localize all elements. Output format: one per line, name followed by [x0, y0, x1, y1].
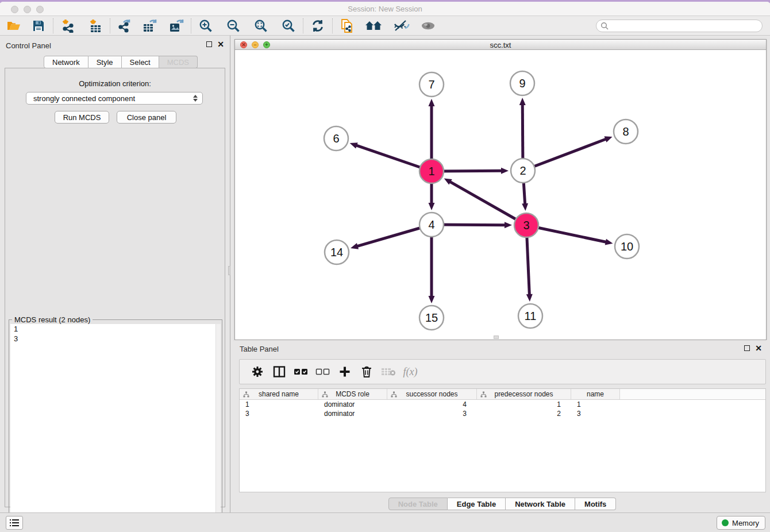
- column-header-MCDS-role[interactable]: MCDS role: [318, 389, 387, 399]
- column-header-name[interactable]: name: [571, 389, 620, 399]
- save-session-icon[interactable]: [30, 18, 47, 34]
- table-tab-node-table[interactable]: Node Table: [388, 498, 448, 510]
- control-panel-tabs: NetworkStyleSelectMCDS: [44, 56, 198, 68]
- apply-layout-icon[interactable]: [309, 18, 326, 34]
- column-header-label: predecessor nodes: [494, 390, 553, 398]
- table-cell[interactable]: 2: [477, 409, 571, 418]
- table-cell[interactable]: 1: [571, 400, 620, 409]
- show-all-networks-icon[interactable]: [364, 18, 384, 34]
- graph-node-label: 9: [519, 77, 525, 90]
- main-toolbar: [0, 16, 770, 36]
- network-canvas[interactable]: 7968124314101511: [235, 50, 766, 340]
- column-header-successor-nodes[interactable]: successor nodes: [387, 389, 477, 399]
- column-header-label: successor nodes: [406, 390, 457, 398]
- hierarchy-icon: [480, 391, 487, 398]
- column-header-filler: [620, 389, 765, 399]
- network-resize-grip[interactable]: [494, 336, 499, 339]
- edge-arrowhead: [350, 142, 358, 148]
- edge-arrowhead: [605, 136, 613, 142]
- table-tabs: Node TableEdge TableNetwork TableMotifs: [234, 498, 770, 510]
- table-tab-motifs[interactable]: Motifs: [575, 498, 616, 510]
- table-cell[interactable]: 1: [477, 400, 571, 409]
- mcds-result-node: 3: [10, 334, 221, 344]
- column-header-label: MCDS role: [336, 390, 369, 398]
- table-cell[interactable]: 3: [240, 409, 318, 418]
- import-network-icon[interactable]: [59, 18, 76, 34]
- control-tab-select[interactable]: Select: [122, 56, 159, 68]
- memory-button[interactable]: Memory: [717, 516, 765, 530]
- zoom-out-icon[interactable]: [225, 18, 242, 34]
- optimization-criterion-select[interactable]: strongly connected component: [26, 92, 203, 105]
- column-header-shared-name[interactable]: shared name: [240, 389, 318, 399]
- toolbar-separator: [110, 18, 110, 33]
- close-panel-icon[interactable]: ✕: [217, 41, 224, 47]
- add-column-icon[interactable]: [334, 363, 356, 381]
- toolbar-separator: [53, 18, 53, 33]
- table-cell[interactable]: 3: [571, 409, 620, 418]
- delete-column-icon[interactable]: [356, 363, 378, 381]
- graph-node-label: 6: [333, 132, 339, 145]
- table-row[interactable]: 1dominator411: [240, 400, 765, 409]
- window-title: Session: New Session: [0, 5, 770, 13]
- control-tab-network[interactable]: Network: [44, 56, 88, 68]
- edge-3-1[interactable]: [449, 182, 526, 225]
- select-all-icon[interactable]: [290, 363, 312, 381]
- graph-node-label: 15: [425, 311, 438, 324]
- status-bar: Memory: [0, 512, 770, 532]
- table-tab-edge-table[interactable]: Edge Table: [448, 498, 506, 510]
- run-mcds-button[interactable]: Run MCDS: [55, 111, 109, 124]
- table-tab-network-table[interactable]: Network Table: [506, 498, 575, 510]
- table-cell[interactable]: 1: [240, 400, 318, 409]
- clone-network-icon[interactable]: [338, 18, 356, 34]
- edge-arrowhead: [505, 222, 512, 228]
- edge-2-8[interactable]: [523, 139, 606, 171]
- control-panel-title: Control Panel: [6, 41, 51, 50]
- import-table-icon[interactable]: [87, 18, 104, 34]
- network-view-window: ✕ − + scc.txt 7968124314101511: [234, 39, 767, 340]
- table-cell[interactable]: dominator: [318, 409, 387, 418]
- dropdown-stepper-icon: [193, 95, 198, 102]
- mcds-result-list[interactable]: 13: [10, 324, 221, 532]
- hide-selected-icon[interactable]: [391, 18, 412, 34]
- selected-criterion: strongly connected component: [33, 94, 193, 103]
- export-network-icon[interactable]: [116, 18, 133, 34]
- result-scrollbar[interactable]: [215, 324, 221, 532]
- table-panel-title: Table Panel: [240, 345, 279, 353]
- unselect-all-icon[interactable]: [312, 363, 334, 381]
- edge-arrowhead: [429, 296, 435, 303]
- panel-splitter-handle[interactable]: [228, 266, 230, 275]
- control-tab-mcds[interactable]: MCDS: [159, 56, 198, 68]
- network-window-titlebar[interactable]: ✕ − + scc.txt: [235, 40, 766, 50]
- close-panel-button[interactable]: Close panel: [117, 111, 176, 124]
- float-panel-icon[interactable]: [206, 41, 212, 47]
- float-table-panel-icon[interactable]: [744, 345, 750, 351]
- table-cell[interactable]: dominator: [318, 400, 387, 409]
- function-builder-icon[interactable]: f(x): [399, 363, 421, 381]
- column-header-predecessor-nodes[interactable]: predecessor nodes: [477, 389, 571, 399]
- table-header-row: shared nameMCDS rolesuccessor nodesprede…: [240, 389, 765, 400]
- zoom-selected-icon[interactable]: [280, 18, 297, 34]
- split-panel-icon[interactable]: [268, 363, 290, 381]
- zoom-in-icon[interactable]: [197, 18, 214, 34]
- table-settings-icon[interactable]: [247, 363, 268, 381]
- table-cell[interactable]: 4: [387, 400, 477, 409]
- table-row[interactable]: 3dominator323: [240, 409, 765, 418]
- close-table-panel-icon[interactable]: ✕: [755, 345, 762, 351]
- column-header-label: name: [587, 390, 604, 398]
- edge-arrowhead: [605, 239, 613, 245]
- task-history-button[interactable]: [6, 516, 23, 530]
- search-input[interactable]: [611, 22, 754, 30]
- graph-node-label: 10: [621, 240, 633, 253]
- search-field[interactable]: [596, 20, 763, 32]
- delete-table-icon[interactable]: [378, 363, 399, 381]
- export-image-icon[interactable]: [168, 18, 185, 34]
- control-tab-style[interactable]: Style: [88, 56, 122, 68]
- zoom-fit-icon[interactable]: [252, 18, 270, 34]
- edge-arrowhead: [429, 99, 435, 106]
- table-toolbar: f(x): [239, 359, 766, 384]
- export-table-icon[interactable]: [141, 18, 159, 34]
- graph-node-label: 3: [523, 219, 529, 232]
- table-cell[interactable]: 3: [387, 409, 477, 418]
- open-session-icon[interactable]: [5, 18, 22, 34]
- show-selected-icon[interactable]: [418, 18, 438, 34]
